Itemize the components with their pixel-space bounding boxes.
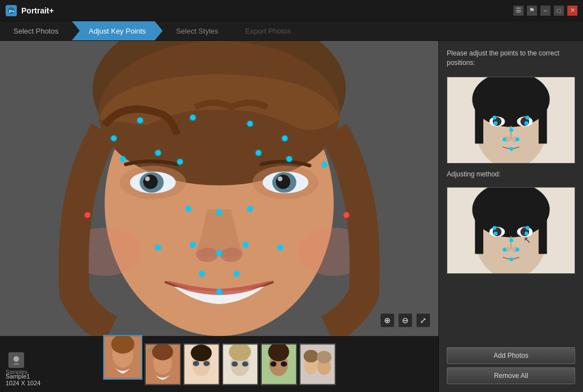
- svg-point-17: [220, 248, 242, 262]
- svg-point-15: [277, 176, 283, 181]
- tab-export-photos: Export Photos: [232, 21, 304, 40]
- photo-size: 1024 X 1024: [6, 380, 40, 386]
- svg-point-20: [13, 356, 19, 362]
- svg-point-13: [276, 175, 290, 189]
- thumbnail-5[interactable]: [299, 343, 336, 385]
- thumbnail-4[interactable]: [261, 343, 297, 385]
- tab-bar: Select Photos Adjust Key Points Select S…: [0, 21, 583, 41]
- svg-point-41: [280, 361, 286, 366]
- action-buttons: Add Photos Remove All: [447, 347, 575, 384]
- svg-text:↖: ↖: [524, 235, 531, 244]
- add-photos-button[interactable]: Add Photos: [447, 347, 575, 364]
- svg-rect-63: [539, 209, 547, 254]
- photo-info: Sample1 1024 X 1024: [6, 373, 40, 386]
- menu-button[interactable]: ☰: [513, 6, 524, 16]
- right-panel: Please adjust the points to the correct …: [438, 41, 583, 392]
- titlebar: P+ Portrait+ ☰ ⚑ − □ ✕: [0, 0, 583, 21]
- svg-point-45: [303, 349, 318, 362]
- zoom-out-button[interactable]: ⊖: [398, 313, 413, 328]
- app-logo: P+: [6, 5, 17, 16]
- thumbnails: ✓: [103, 343, 336, 385]
- window-controls: ☰ ⚑ − □ ✕: [513, 6, 577, 16]
- tab-adjust-key-points[interactable]: Adjust Key Points: [72, 21, 163, 40]
- svg-text:P+: P+: [9, 9, 15, 14]
- svg-point-36: [242, 361, 248, 366]
- bottom-strip: Samples ✓: [0, 336, 438, 392]
- main-area: ⊕ ⊖ ⤢ Samples: [0, 41, 583, 392]
- thumbnail-3[interactable]: [222, 343, 258, 385]
- maximize-button[interactable]: □: [554, 6, 564, 16]
- svg-point-16: [196, 248, 218, 262]
- svg-point-31: [203, 361, 209, 366]
- fit-button[interactable]: ⤢: [416, 313, 431, 328]
- editor-panel: ⊕ ⊖ ⤢ Samples: [0, 41, 438, 392]
- zoom-in-button[interactable]: ⊕: [380, 313, 395, 328]
- close-button[interactable]: ✕: [567, 6, 577, 16]
- svg-point-30: [193, 361, 199, 366]
- remove-all-button[interactable]: Remove All: [447, 367, 575, 384]
- minimize-button[interactable]: −: [540, 6, 550, 16]
- tab-select-styles[interactable]: Select Styles: [163, 21, 232, 40]
- checkmark-icon: ✓: [147, 346, 154, 354]
- svg-rect-62: [475, 209, 483, 254]
- svg-point-46: [317, 351, 331, 363]
- svg-point-29: [191, 344, 212, 361]
- svg-point-35: [232, 361, 238, 366]
- thumbnail-1[interactable]: ✓: [145, 343, 181, 385]
- svg-point-12: [143, 175, 158, 189]
- samples-area: Samples: [6, 352, 27, 375]
- svg-point-40: [270, 361, 276, 366]
- svg-rect-50: [475, 99, 483, 143]
- main-photo: [0, 41, 438, 336]
- svg-rect-51: [539, 99, 547, 143]
- instruction-text: Please adjust the points to the correct …: [447, 49, 575, 68]
- zoom-controls: ⊕ ⊖ ⤢: [380, 313, 431, 328]
- thumbnail-2[interactable]: [183, 343, 220, 385]
- adjusting-method-label: Adjusting method:: [447, 170, 575, 178]
- photo-name: Sample1: [6, 373, 40, 380]
- svg-point-14: [145, 176, 150, 181]
- samples-icon: [8, 352, 24, 368]
- photo-canvas[interactable]: [0, 41, 438, 336]
- method-preview: ↖: [447, 187, 575, 274]
- tab-select-photos[interactable]: Select Photos: [0, 21, 72, 40]
- app-title: Portrait+: [21, 6, 513, 15]
- reference-preview: [447, 77, 575, 164]
- bookmark-button[interactable]: ⚑: [527, 6, 537, 16]
- thumbnail-active[interactable]: [103, 335, 142, 380]
